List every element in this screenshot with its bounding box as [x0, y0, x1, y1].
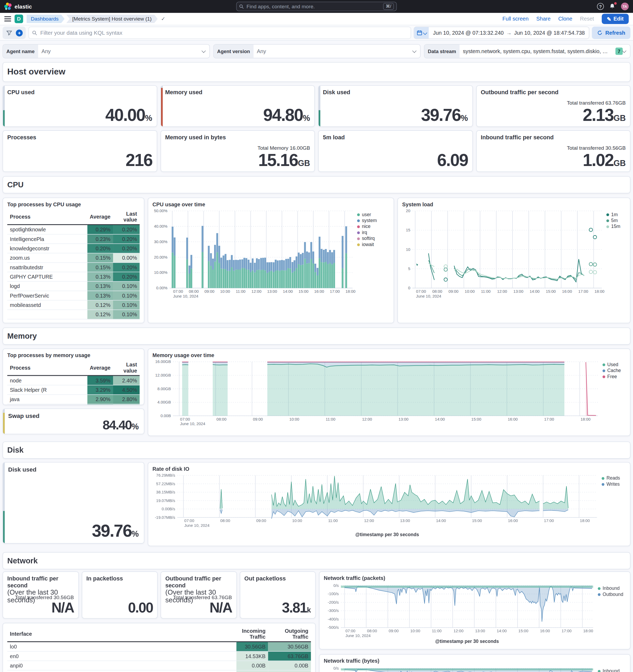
memory-processes-panel: Top processes by memory usage ProcessAve… — [3, 349, 145, 405]
page-title-panel: Host overview — [3, 62, 631, 82]
legend-item[interactable]: system — [357, 218, 377, 223]
clone-button[interactable]: Clone — [558, 16, 572, 22]
table-row[interactable]: nsattributedstr0.15%0.20% — [7, 263, 140, 272]
table-row[interactable]: PerfPowerServic0.13%0.10% — [7, 291, 140, 300]
legend-item[interactable]: 1m — [606, 212, 618, 217]
system-load-chart[interactable]: 2015105007:0008:0009:0010:0011:0012:0013… — [402, 209, 625, 304]
edit-button[interactable]: ✎ Edit — [602, 14, 629, 24]
avatar[interactable]: TA — [621, 3, 629, 10]
svg-text:-500/s: -500/s — [328, 625, 339, 629]
svg-text:11:00: 11:00 — [328, 518, 338, 523]
legend-item[interactable]: Reads — [602, 475, 620, 481]
table-row[interactable]: logd0.13%0.10% — [7, 281, 140, 291]
metric-value: 94.80% — [263, 106, 310, 124]
legend-item[interactable]: nice — [357, 224, 371, 229]
table-row[interactable]: anpi00.00B0.00B — [7, 661, 311, 670]
global-search-input[interactable]: Find apps, content, and more. ⌘/ — [236, 2, 397, 11]
dashboard-app-icon[interactable]: D — [15, 15, 23, 23]
control-agent-name[interactable]: Agent name Any — [3, 44, 210, 58]
svg-text:38.15MB/s: 38.15MB/s — [156, 490, 175, 494]
table-row[interactable]: en014.53KB63.76GB — [7, 651, 311, 661]
svg-text:15:00: 15:00 — [298, 289, 308, 293]
table-row[interactable]: java2.90%2.80% — [7, 395, 140, 404]
svg-text:08:00: 08:00 — [367, 628, 377, 633]
table-row[interactable]: GIPHY CAPTURE0.13%0.20% — [7, 272, 140, 281]
reset-button[interactable]: Reset — [580, 16, 594, 22]
legend-item[interactable]: Outbound — [598, 592, 624, 597]
svg-text:16:00: 16:00 — [540, 628, 550, 633]
metric-title: Inbound traffic per second — [481, 134, 626, 141]
legend-item[interactable]: Free — [603, 374, 617, 379]
legend-item[interactable]: irq — [357, 230, 367, 235]
metric-card: 5m load6.09 — [318, 130, 473, 172]
global-header: elastic Find apps, content, and more. ⌘/… — [0, 0, 633, 13]
svg-text:0: 0 — [408, 286, 410, 290]
breadcrumb-dashboards[interactable]: Dashboards — [27, 15, 65, 23]
calendar-icon[interactable] — [414, 27, 429, 39]
legend-item[interactable]: Inbound — [598, 585, 620, 591]
control-data-stream[interactable]: Data stream system.network, system.cpu, … — [424, 44, 630, 58]
svg-text:June 10, 2024: June 10, 2024 — [346, 633, 371, 638]
table-row[interactable]: knowledgeconstr0.20%0.20% — [7, 244, 140, 253]
table-row[interactable]: mobileassetd0.12%0.10% — [7, 300, 140, 310]
svg-text:57.22MB/s: 57.22MB/s — [156, 481, 175, 486]
metric-card: Inbound traffic per secondTotal transfer… — [476, 130, 630, 172]
svg-text:16:00: 16:00 — [508, 518, 518, 523]
menu-icon[interactable] — [4, 16, 11, 21]
metric-card: Inbound traffic per second(Over the last… — [3, 571, 79, 619]
legend-item[interactable]: 15m — [606, 224, 620, 229]
table-row[interactable]: lo030.56GB30.56GB — [7, 642, 311, 651]
table-row[interactable]: 0.12%0.10% — [7, 310, 140, 319]
refresh-icon — [597, 30, 603, 35]
svg-text:18:00: 18:00 — [583, 628, 593, 633]
metric-value: 15.16GB — [258, 151, 310, 169]
share-button[interactable]: Share — [536, 16, 551, 22]
svg-text:09:00: 09:00 — [256, 518, 266, 523]
brand-name: elastic — [15, 3, 32, 9]
memory-usage-chart[interactable]: 16.00GB12.00GB8.00GB4.00GB0.00B07:0008:0… — [153, 359, 624, 430]
network-bytes-chart[interactable]: 0/s-100k/s-200k/s-300k/s07:0008:0009:001… — [324, 665, 626, 672]
notifications-bell-icon[interactable] — [609, 3, 616, 10]
help-icon[interactable]: ? — [597, 3, 604, 10]
legend-item[interactable]: Inbound — [598, 668, 620, 672]
refresh-button[interactable]: Refresh — [592, 27, 631, 39]
svg-text:0.00B/s: 0.00B/s — [161, 507, 175, 511]
check-icon[interactable]: ✓ — [161, 16, 165, 22]
legend-item[interactable]: Used — [603, 362, 618, 367]
metric-accent-bar — [161, 86, 162, 126]
table-row[interactable]: spotlightknowle0.29%0.20% — [7, 225, 140, 234]
elastic-logo[interactable]: elastic — [4, 3, 32, 10]
table-row[interactable]: IntelligencePla0.23%0.20% — [7, 234, 140, 244]
add-filter-button[interactable]: + — [15, 28, 24, 38]
disk-io-chart[interactable]: 76.29MB/s57.22MB/s38.15MB/s19.07MB/s0.00… — [153, 473, 624, 541]
svg-text:15:00: 15:00 — [472, 417, 481, 422]
network-packets-chart[interactable]: 0/s-100/s-200/s-300/s-400/s-500/s07:0008… — [324, 582, 626, 646]
legend-item[interactable]: softirq — [357, 236, 375, 241]
legend-item[interactable]: user — [357, 212, 371, 217]
table-row[interactable]: zoom.us0.15%0.00% — [7, 253, 140, 262]
full-screen-button[interactable]: Full screen — [502, 16, 529, 22]
metric-secondary: Total Memory 16.00GB — [258, 145, 310, 151]
date-range[interactable]: Jun 10, 2024 @ 07:13:32.240 → Jun 10, 20… — [429, 27, 589, 39]
kql-query-input[interactable]: Filter your data using KQL syntax — [28, 27, 411, 39]
metric-title: Outbound traffic per second — [165, 575, 232, 589]
table-row[interactable]: node3.59%2.40% — [7, 376, 140, 385]
search-icon — [239, 4, 244, 9]
legend-item[interactable]: Cache — [603, 368, 621, 373]
cpu-usage-chart[interactable]: 50.00%40.00%30.00%20.00%10.00%0.00%07:00… — [153, 209, 389, 304]
filter-icon[interactable] — [4, 28, 14, 38]
table-row[interactable]: anpi10.00B0.00B — [7, 670, 311, 672]
swap-used-value: 84.40% — [103, 418, 139, 432]
table-row[interactable]: Google Chrome2.61%2.00% — [7, 404, 140, 405]
legend-item[interactable]: iowait — [357, 242, 374, 247]
legend-item[interactable]: 5m — [606, 218, 618, 223]
svg-text:Free: Free — [607, 374, 617, 379]
metric-title: 5m load — [323, 134, 468, 141]
metric-value: N/A — [15, 601, 74, 616]
section-network: Network — [3, 552, 631, 569]
control-agent-version[interactable]: Agent version Any — [213, 44, 421, 58]
svg-text:June 10, 2024: June 10, 2024 — [173, 294, 198, 298]
table-row[interactable]: Slack Helper (R3.29%4.50% — [7, 385, 140, 394]
svg-text:10:00: 10:00 — [289, 417, 299, 422]
legend-item[interactable]: Writes — [602, 481, 620, 487]
